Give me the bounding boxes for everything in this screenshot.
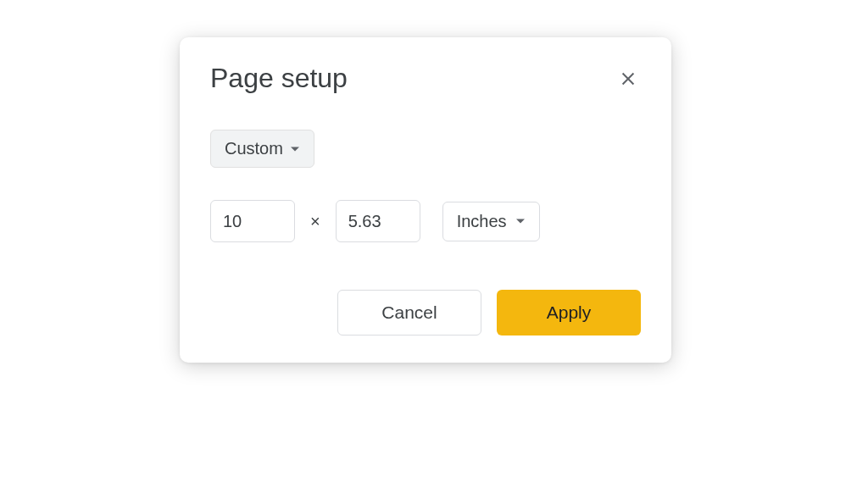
dimensions-row: × Inches	[210, 200, 641, 242]
close-icon[interactable]	[615, 66, 641, 92]
cancel-button[interactable]: Cancel	[337, 290, 481, 336]
preset-dropdown[interactable]: Custom	[210, 130, 314, 168]
apply-button[interactable]: Apply	[497, 290, 641, 336]
height-input[interactable]	[336, 200, 420, 242]
dialog-title: Page setup	[210, 63, 348, 94]
page-setup-dialog: Page setup Custom × Inches Cancel Apply	[180, 37, 671, 363]
dimension-separator: ×	[310, 212, 320, 231]
unit-dropdown[interactable]: Inches	[442, 202, 540, 241]
dialog-actions: Cancel Apply	[210, 290, 641, 336]
chevron-down-icon	[515, 218, 526, 225]
preset-dropdown-label: Custom	[225, 139, 283, 158]
unit-dropdown-label: Inches	[457, 212, 507, 231]
width-input[interactable]	[210, 200, 295, 242]
chevron-down-icon	[290, 146, 300, 152]
dialog-header: Page setup	[210, 63, 641, 94]
